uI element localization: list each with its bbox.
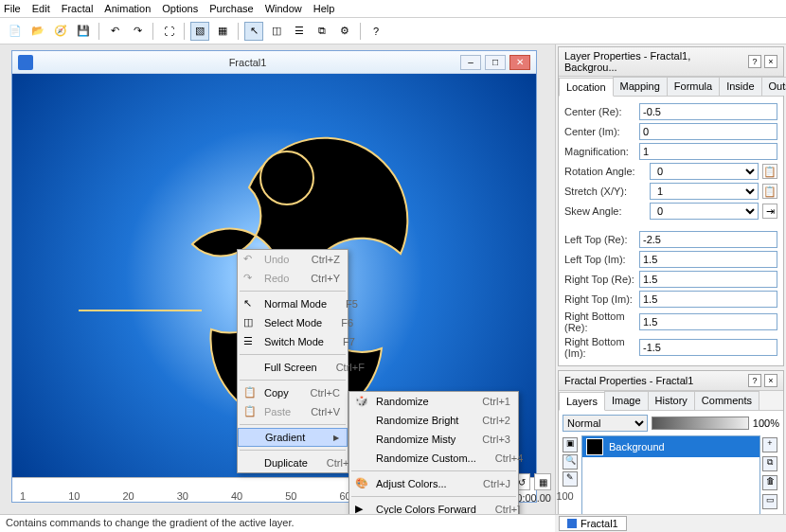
rb-re-label: Right Bottom (Re): (564, 310, 635, 333)
copy-icon: 📋 (243, 386, 257, 399)
copy-icon[interactable]: 📋 (762, 164, 777, 179)
tab-outside[interactable]: Outside (761, 77, 787, 96)
help-icon[interactable]: ? (366, 22, 385, 41)
ruler-tick: 40 (231, 490, 242, 502)
separator (184, 23, 185, 40)
new-icon[interactable]: 📄 (6, 22, 25, 41)
browse-icon[interactable]: 🧭 (51, 22, 70, 41)
ctx-switch-mode[interactable]: ☰Switch ModeF7 (238, 332, 348, 351)
fullscreen-icon[interactable]: ⛶ (159, 22, 178, 41)
skew-select[interactable]: 0 (650, 203, 759, 220)
ctx-select-mode[interactable]: ◫Select ModeF6 (238, 313, 348, 332)
select-icon[interactable]: ◫ (267, 22, 286, 41)
switch-icon[interactable]: ☰ (290, 22, 309, 41)
ctx-randomize-misty[interactable]: Randomize MistyCtrl+3 (349, 430, 518, 449)
lt-im-input[interactable] (639, 251, 777, 268)
layer-item[interactable]: Background (582, 436, 759, 457)
tab-mapping[interactable]: Mapping (613, 77, 668, 96)
ctx-randomize-bright[interactable]: Randomize BrightCtrl+2 (349, 411, 518, 430)
rotation-select[interactable]: 0 (650, 163, 759, 180)
reset-icon[interactable]: ⇥ (762, 204, 777, 219)
status-bar: Contains commands to change the gradient… (0, 514, 555, 532)
rt-im-label: Right Top (Im): (564, 293, 635, 305)
tab-history[interactable]: History (648, 391, 695, 410)
separator (240, 291, 346, 292)
tab-layers[interactable]: Layers (559, 392, 605, 411)
maximize-button[interactable]: □ (485, 55, 506, 70)
separator (240, 450, 346, 451)
rt-re-label: Right Top (Re): (564, 274, 635, 285)
ctx-duplicate[interactable]: DuplicateCtrl+D (238, 453, 348, 472)
save-icon[interactable]: 💾 (74, 22, 93, 41)
rb-im-input[interactable] (639, 339, 777, 356)
rb-re-input[interactable] (639, 313, 777, 330)
fractal-properties-panel: Fractal Properties - Fractal1 ? × Layers… (558, 370, 784, 532)
ctx-randomize-custom[interactable]: Randomize Custom...Ctrl+4 (349, 449, 518, 468)
ctx-adjust-colors[interactable]: 🎨Adjust Colors...Ctrl+J (349, 474, 518, 493)
panel-close-button[interactable]: × (764, 55, 777, 68)
menu-file[interactable]: File (4, 3, 21, 14)
ctx-normal-mode[interactable]: ↖Normal ModeF5 (238, 294, 348, 313)
tab-inside[interactable]: Inside (719, 77, 761, 96)
opacity-slider[interactable] (652, 417, 749, 430)
stretch-select[interactable]: 1 (650, 183, 759, 200)
paste-icon[interactable]: 📋 (762, 184, 777, 199)
zoom-icon[interactable]: 🔍 (563, 454, 578, 470)
redo-icon: ↷ (243, 272, 257, 285)
magnification-label: Magnification: (564, 146, 635, 157)
doc-tab-fractal1[interactable]: Fractal1 (559, 516, 627, 531)
ctx-copy[interactable]: 📋CopyCtrl+C (238, 383, 348, 402)
magnification-input[interactable] (639, 143, 777, 160)
redo-icon[interactable]: ↷ (128, 22, 147, 41)
center-im-label: Center (Im): (564, 126, 635, 137)
close-button[interactable]: ✕ (509, 55, 530, 70)
rt-re-input[interactable] (639, 271, 777, 288)
render-icon[interactable]: ⧉ (313, 22, 331, 41)
visibility-icon[interactable]: ▣ (563, 437, 578, 452)
add-layer-icon[interactable]: + (762, 437, 777, 452)
panel-help-button[interactable]: ? (748, 374, 761, 387)
adjust-icon: 🎨 (355, 477, 368, 490)
lt-re-input[interactable] (639, 231, 777, 248)
menu-help[interactable]: Help (313, 3, 335, 14)
open-icon[interactable]: 📂 (28, 22, 47, 41)
ctx-gradient[interactable]: Gradient (238, 428, 348, 447)
separator (98, 23, 99, 40)
calendar-icon[interactable]: ▦ (534, 473, 551, 490)
menu-animation[interactable]: Animation (104, 3, 151, 14)
menu-window[interactable]: Window (265, 3, 302, 14)
gradient-icon[interactable]: ▧ (190, 22, 209, 41)
panel-title: Fractal Properties - Fractal1 (564, 375, 745, 386)
delete-layer-icon[interactable]: 🗑 (762, 475, 777, 490)
rotation-label: Rotation Angle: (564, 166, 646, 177)
rt-im-input[interactable] (639, 291, 777, 308)
menu-purchase[interactable]: Purchase (209, 3, 253, 14)
panel-help-button[interactable]: ? (748, 55, 761, 68)
menu-options[interactable]: Options (162, 3, 198, 14)
gear-icon[interactable]: ⚙ (335, 22, 354, 41)
tab-comments[interactable]: Comments (694, 391, 759, 410)
center-im-input[interactable] (639, 123, 777, 140)
tab-location[interactable]: Location (559, 78, 614, 97)
menu-edit[interactable]: Edit (32, 3, 50, 14)
ctx-randomize[interactable]: 🎲RandomizeCtrl+1 (349, 392, 518, 411)
menu-fractal[interactable]: Fractal (62, 3, 94, 14)
duplicate-layer-icon[interactable]: ⧉ (762, 456, 777, 471)
tab-formula[interactable]: Formula (667, 77, 720, 96)
merge-icon[interactable]: ▭ (762, 494, 777, 509)
panel-close-button[interactable]: × (764, 374, 777, 387)
tab-image[interactable]: Image (604, 391, 649, 410)
swatch-icon[interactable]: ▦ (213, 22, 232, 41)
layer-thumb (586, 438, 603, 455)
pointer-icon[interactable]: ↖ (244, 22, 263, 41)
ctx-undo: ↶UndoCtrl+Z (238, 250, 348, 269)
ctx-full-screen[interactable]: Full ScreenCtrl+F (238, 358, 348, 377)
undo-icon[interactable]: ↶ (105, 22, 124, 41)
separator (360, 23, 361, 40)
center-re-input[interactable] (639, 103, 777, 120)
minimize-button[interactable]: – (460, 55, 481, 70)
blend-mode-select[interactable]: Normal (563, 415, 648, 432)
document-tabs: Fractal1 (555, 514, 786, 532)
skew-label: Skew Angle: (564, 205, 646, 217)
edit-icon[interactable]: ✎ (563, 471, 578, 487)
